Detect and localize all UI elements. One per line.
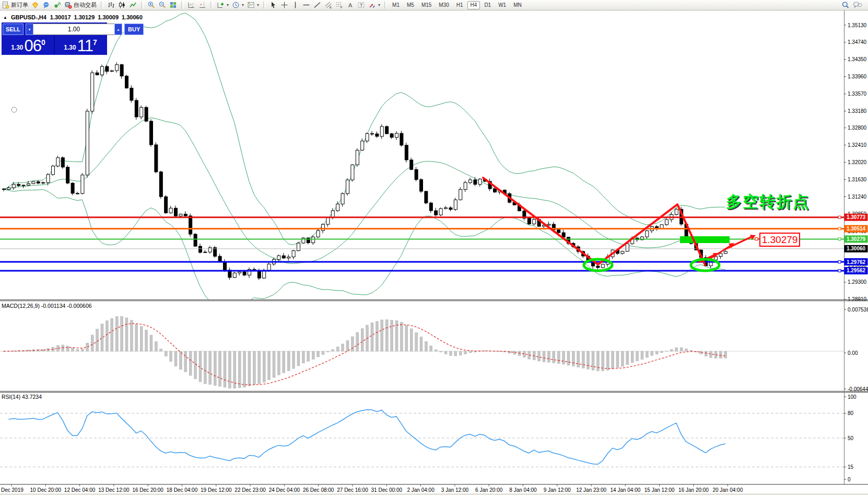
text-button[interactable]: A	[345, 1, 356, 9]
collapse-marker-icon[interactable]: ▲	[3, 15, 7, 20]
svg-text:8 Jan 04:00: 8 Jan 04:00	[509, 487, 537, 493]
hline-button[interactable]	[301, 1, 312, 9]
tile-windows-button[interactable]	[168, 1, 179, 9]
svg-text:1.31240: 1.31240	[848, 194, 867, 200]
line-chart-button[interactable]	[127, 1, 138, 9]
svg-text:16 Dec 20:00: 16 Dec 20:00	[132, 487, 163, 493]
timeframe-d1[interactable]: D1	[481, 1, 494, 9]
svg-text:1.33570: 1.33570	[848, 91, 867, 97]
one-click-trading-panel: SELL ▼ ▲ BUY 1.30 06 0 1.30 11 7	[2, 22, 107, 55]
buy-price-big: 11	[77, 38, 93, 53]
sell-price[interactable]: 1.30 06 0	[3, 36, 55, 54]
timeframe-m30[interactable]: M30	[436, 1, 452, 9]
svg-text:0: 0	[848, 477, 851, 482]
volume-increase-button[interactable]: ▲	[114, 24, 122, 35]
timeframe-w1[interactable]: W1	[495, 1, 509, 9]
line-chart-icon	[129, 1, 137, 9]
indicators-button[interactable]: ▾	[215, 1, 230, 9]
new-order-button[interactable]: 新订单	[0, 1, 30, 9]
zoom-in-icon	[147, 1, 155, 9]
mt4-window: 新订单 自动交易 ▾ ▾ ▾ E F A T ▾	[0, 0, 868, 495]
fibonacci-button[interactable]: F	[334, 1, 345, 9]
price-chart[interactable]: 多空转折点多空转折点1.302791.351301.347401.343501.…	[0, 0, 868, 495]
svg-text:1.30514: 1.30514	[847, 226, 866, 232]
timeframe-h1[interactable]: H1	[453, 1, 466, 9]
autotrade-button[interactable]: 自动交易	[63, 1, 98, 9]
svg-text:0.007538: 0.007538	[848, 307, 868, 313]
svg-text:Dec 2019: Dec 2019	[1, 487, 24, 493]
timeframe-h4[interactable]: H4	[467, 1, 480, 9]
auto-scroll-button[interactable]	[186, 1, 197, 9]
dropdown-caret-icon: ▾	[227, 3, 229, 7]
svg-text:多空转折点: 多空转折点	[726, 193, 810, 210]
templates-button[interactable]: ▾	[245, 1, 261, 9]
chat-button[interactable]	[851, 1, 864, 9]
channel-button[interactable]: E	[323, 1, 334, 9]
trade-panel-top-row: SELL ▼ ▲ BUY	[3, 24, 106, 35]
timeframe-m15[interactable]: M15	[418, 1, 435, 9]
svg-text:10 Dec 20:00: 10 Dec 20:00	[30, 487, 62, 493]
svg-text:E: E	[330, 6, 332, 9]
gem-button[interactable]	[30, 1, 41, 9]
svg-text:15 Jan 12:00: 15 Jan 12:00	[644, 487, 675, 493]
toolbar-grip	[141, 2, 144, 8]
chart-shift-button[interactable]	[197, 1, 208, 9]
svg-text:20 Jan 04:00: 20 Jan 04:00	[712, 487, 743, 493]
svg-text:1.33180: 1.33180	[848, 108, 867, 114]
time-axis[interactable]: Dec 201910 Dec 20:0012 Dec 04:0013 Dec 1…	[1, 485, 743, 493]
svg-text:1.35130: 1.35130	[848, 22, 867, 28]
autotrade-label: 自动交易	[74, 1, 97, 9]
cursor-icon	[269, 1, 277, 9]
svg-text:50: 50	[848, 435, 854, 441]
zoom-in-button[interactable]	[146, 1, 157, 9]
gem-icon	[31, 1, 39, 9]
volume-decrease-button[interactable]: ▼	[26, 24, 33, 35]
zoom-out-button[interactable]	[157, 1, 168, 9]
community-button[interactable]	[41, 1, 52, 9]
svg-text:3 Jan 12:00: 3 Jan 12:00	[441, 487, 469, 493]
svg-text:1.34350: 1.34350	[848, 56, 867, 62]
hline-icon	[302, 1, 310, 9]
buy-price[interactable]: 1.30 11 7	[55, 36, 106, 54]
signals-button[interactable]	[52, 1, 63, 9]
text-label-button[interactable]: T	[356, 1, 367, 9]
indicators-icon	[217, 1, 225, 9]
svg-text:1.30279: 1.30279	[847, 236, 866, 242]
crosshair-icon	[280, 1, 288, 9]
svg-text:1.33960: 1.33960	[848, 74, 867, 79]
svg-text:T: T	[360, 3, 363, 8]
buy-button[interactable]: BUY	[124, 24, 144, 35]
svg-text:1.32020: 1.32020	[848, 159, 867, 165]
sell-button[interactable]: SELL	[3, 24, 24, 35]
arrows-button[interactable]: ▾	[367, 1, 382, 9]
arrows-icon	[368, 1, 376, 9]
bar-chart-button[interactable]	[105, 1, 116, 9]
toolbar-grip	[101, 2, 103, 8]
symbol-name: GBPUSD-,H4	[11, 14, 46, 20]
timeframe-mn[interactable]: MN	[510, 1, 525, 9]
ohlc-values: 1.30017 1.30129 1.30009 1.30060	[50, 14, 143, 20]
svg-text:80: 80	[848, 410, 854, 416]
annotations-layer: 多空转折点多空转折点1.30279	[11, 107, 811, 271]
dropdown-caret-icon: ▾	[257, 3, 259, 7]
candlestick-button[interactable]	[116, 1, 127, 9]
svg-text:1.28910: 1.28910	[848, 296, 867, 302]
timeframe-m1[interactable]: M1	[389, 1, 403, 9]
periods-button[interactable]: ▾	[230, 1, 245, 9]
svg-text:12 Jan 23:00: 12 Jan 23:00	[576, 487, 606, 493]
trendline-button[interactable]	[312, 1, 323, 9]
volume-spinner: ▼ ▲	[26, 24, 122, 35]
volume-input[interactable]	[33, 24, 114, 35]
svg-text:1.30279: 1.30279	[762, 234, 798, 245]
svg-text:1.30060: 1.30060	[847, 246, 866, 251]
svg-text:1.34740: 1.34740	[848, 39, 867, 45]
svg-text:1.29762: 1.29762	[847, 259, 866, 265]
cursor-button[interactable]	[268, 1, 279, 9]
svg-text:1.29562: 1.29562	[847, 268, 866, 273]
text-label-icon: T	[357, 1, 365, 9]
vline-button[interactable]	[290, 1, 301, 9]
svg-text:1.29300: 1.29300	[848, 279, 867, 285]
timeframe-m5[interactable]: M5	[404, 1, 417, 9]
crosshair-button[interactable]	[279, 1, 290, 9]
search-button[interactable]	[840, 1, 851, 9]
